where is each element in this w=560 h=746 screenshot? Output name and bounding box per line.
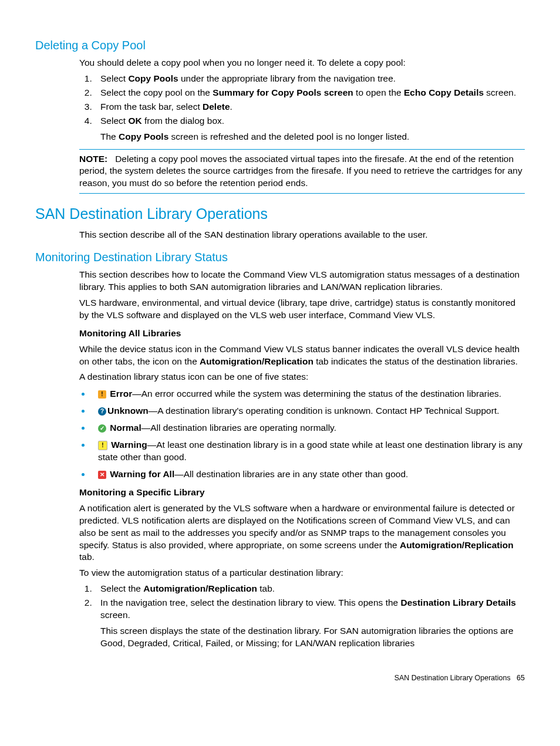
note-label: NOTE: [79, 154, 107, 164]
step-3: From the task bar, select Delete. [95, 101, 525, 113]
status-list: ! Error—An error occurred while the syst… [79, 388, 525, 481]
footer-section: SAN Destination Library Operations [394, 674, 511, 682]
view-step-2-sub: This screen displays the state of the de… [100, 625, 525, 650]
view-step-2: In the navigation tree, select the desti… [95, 597, 525, 650]
page-footer: SAN Destination Library Operations 65 [35, 673, 525, 683]
monitor-p5: A notification alert is generated by the… [79, 502, 525, 564]
monitor-p6: To view the automigration status of a pa… [79, 567, 525, 579]
warning-icon: ! [98, 441, 107, 450]
subhead-specific-library: Monitoring a Specific Library [79, 487, 525, 499]
status-unknown: ?Unknown—A destination library's operati… [91, 405, 525, 417]
step-4: Select OK from the dialog box. The Copy … [95, 115, 525, 143]
section-san-intro: This section describe all of the SAN des… [79, 229, 525, 241]
view-steps: Select the Automigration/Replication tab… [79, 583, 525, 650]
step-2: Select the copy pool on the Summary for … [95, 87, 525, 99]
unknown-icon: ? [98, 407, 106, 416]
status-warning-all: ✕ Warning for All—All destination librar… [91, 468, 525, 481]
step-1: Select Copy Pools under the appropriate … [95, 73, 525, 85]
page-number: 65 [517, 674, 525, 682]
normal-icon: ✓ [98, 424, 106, 433]
heading-monitor-status: Monitoring Destination Library Status [35, 249, 525, 265]
subhead-all-libraries: Monitoring All Libraries [79, 328, 525, 340]
heading-deleting-copy-pool: Deleting a Copy Pool [35, 38, 525, 53]
monitor-p2: VLS hardware, environmental, and virtual… [79, 297, 525, 322]
san-intro: This section describe all of the SAN des… [79, 229, 525, 241]
monitor-p4: A destination library status icon can be… [79, 371, 525, 383]
intro-text: You should delete a copy pool when you n… [79, 57, 525, 69]
status-error: ! Error—An error occurred while the syst… [91, 388, 525, 400]
error-icon: ! [98, 390, 106, 399]
heading-san-operations: SAN Destination Library Operations [35, 204, 525, 224]
monitor-p1: This section describes how to locate the… [79, 269, 525, 293]
section-deleting: You should delete a copy pool when you n… [79, 57, 525, 194]
status-warning: ! Warning—At least one destination libra… [91, 439, 525, 464]
monitor-p3: While the device status icon in the Comm… [79, 343, 525, 368]
note-text: Deleting a copy pool moves the associate… [79, 154, 522, 188]
warning-all-icon: ✕ [98, 471, 106, 479]
view-step-1: Select the Automigration/Replication tab… [95, 583, 525, 595]
status-normal: ✓ Normal—All destination libraries are o… [91, 422, 525, 434]
step-4-result: The Copy Pools screen is refreshed and t… [100, 131, 525, 143]
section-monitor: This section describes how to locate the… [79, 269, 525, 650]
delete-steps: Select Copy Pools under the appropriate … [79, 73, 525, 143]
note-box: NOTE: Deleting a copy pool moves the ass… [79, 149, 525, 194]
